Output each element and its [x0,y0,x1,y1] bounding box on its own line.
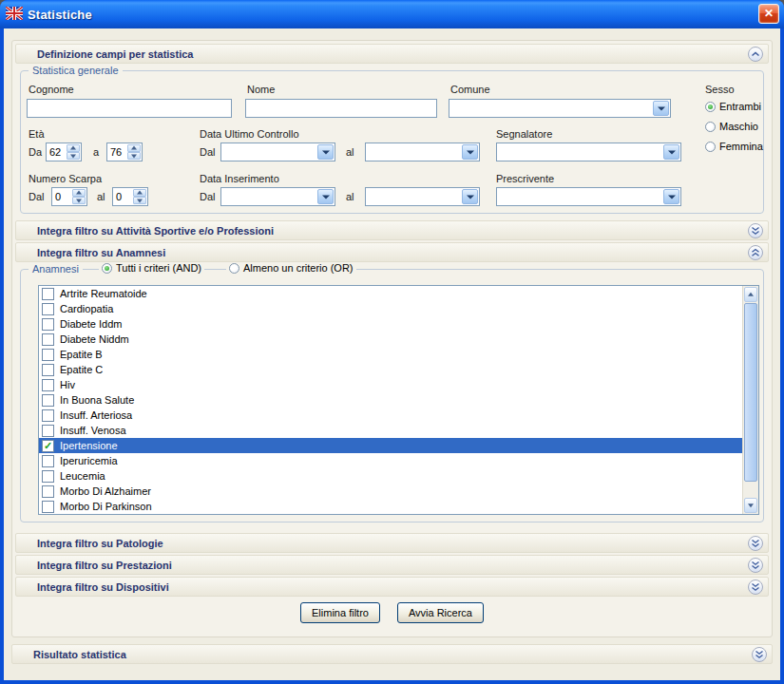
expand-button[interactable] [748,558,763,573]
inserimento-al-combo[interactable] [365,187,480,206]
eta-a-spinner[interactable]: 76 [106,142,143,162]
radio-selected-icon [705,102,716,112]
spin-down-icon[interactable] [67,152,80,160]
list-item[interactable]: Diabete Niddm [39,332,742,347]
section-risultato[interactable]: Risultato statistica [11,644,773,664]
nome-input[interactable] [245,99,437,118]
dropdown-icon[interactable] [317,144,334,160]
checkbox-icon[interactable] [42,425,54,437]
list-item[interactable]: ✓Ipertensione [39,438,742,453]
collapse-button[interactable] [748,245,763,260]
list-item-label: Leucemia [60,470,105,482]
collapse-button[interactable] [748,47,763,62]
comune-combo[interactable] [449,99,671,118]
radio-selected-icon [102,263,112,274]
checkbox-icon[interactable] [42,303,54,315]
spin-down-icon[interactable] [133,197,146,204]
list-item[interactable]: Epatite C [39,362,742,377]
checkbox-icon[interactable] [42,394,54,407]
spin-up-icon[interactable] [127,144,141,152]
list-item[interactable]: Insuff. Arteriosa [39,408,742,423]
expand-button[interactable] [748,536,763,551]
radio-or-label: Almeno un criterio (OR) [243,262,354,274]
cognome-input[interactable] [27,99,232,118]
list-item[interactable]: Cardiopatia [39,301,742,316]
anamnesi-list[interactable]: Artrite ReumatoideCardiopatiaDiabete Idd… [38,285,759,515]
inserimento-dal-combo[interactable] [220,187,335,206]
scroll-down-icon[interactable] [744,498,757,513]
section-dispositivi[interactable]: Integra filtro su Dispositivi [15,577,769,597]
scroll-up-icon[interactable] [744,287,757,302]
ultimo-controllo-dal-combo[interactable] [220,142,335,162]
al-label: al [97,191,105,202]
dropdown-icon[interactable] [653,101,669,116]
scarpa-dal-spinner[interactable]: 0 [51,187,87,206]
spin-up-icon[interactable] [72,189,86,197]
checkbox-icon[interactable] [42,379,54,391]
checkbox-checked-icon[interactable]: ✓ [42,440,54,452]
double-chevron-down-icon [751,539,760,548]
radio-criteri-and[interactable]: Tutti i criteri (AND) [99,262,204,274]
expand-button[interactable] [748,580,763,595]
list-item[interactable]: Morbo Di Parkinson [39,499,742,514]
combo-value [221,188,316,205]
section-definizione[interactable]: Definizione campi per statistica [15,44,769,64]
checkbox-icon[interactable] [42,470,54,483]
list-item[interactable]: Morbo Di Alzhaimer [39,484,742,499]
section-patologie[interactable]: Integra filtro su Patologie [15,533,769,553]
scrollbar[interactable] [742,286,758,514]
spin-up-icon[interactable] [67,144,80,152]
section-anamnesi-label: Integra filtro su Anamnesi [16,247,165,258]
list-item-label: Iperuricemia [60,455,118,466]
eta-da-spinner[interactable]: 62 [46,142,82,162]
checkbox-icon[interactable] [42,455,54,467]
section-anamnesi[interactable]: Integra filtro su Anamnesi [15,242,769,262]
checkbox-icon[interactable] [42,349,54,361]
radio-entrambi[interactable]: Entrambi [705,101,761,112]
segnalatore-combo[interactable] [496,142,681,162]
segnalatore-label: Segnalatore [496,128,552,140]
scrollbar-thumb[interactable] [744,303,757,482]
list-item[interactable]: Iperuricemia [39,453,742,468]
checkbox-icon[interactable] [42,333,54,346]
ultimo-controllo-al-combo[interactable] [365,142,480,162]
prescrivente-combo[interactable] [496,187,681,206]
list-item-label: In Buona Salute [60,394,134,406]
list-item[interactable]: Insuff. Venosa [39,423,742,438]
list-item[interactable]: Artrite Reumatoide [39,286,742,301]
scarpa-dal-value: 0 [52,188,72,205]
list-item[interactable]: Diabete Iddm [39,316,742,332]
spin-down-icon[interactable] [127,152,141,160]
list-item[interactable]: Hiv [39,377,742,392]
checkbox-icon[interactable] [42,409,54,422]
spin-down-icon[interactable] [72,197,86,204]
list-item[interactable]: Epatite B [39,347,742,362]
checkbox-icon[interactable] [42,318,54,331]
expand-button[interactable] [748,223,763,238]
checkbox-icon[interactable] [42,364,54,376]
spin-up-icon[interactable] [133,189,146,197]
dropdown-icon[interactable] [663,189,679,204]
elimina-filtro-button[interactable]: Elimina filtro [300,602,380,623]
close-icon[interactable]: ✕ [758,4,779,24]
section-prestazioni[interactable]: Integra filtro su Prestazioni [15,555,769,575]
section-definizione-label: Definizione campi per statistica [16,48,193,60]
list-item[interactable]: Leucemia [39,468,742,484]
dropdown-icon[interactable] [462,189,478,204]
list-item-label: Insuff. Arteriosa [60,409,132,421]
expand-button[interactable] [752,647,767,662]
dropdown-icon[interactable] [317,189,334,204]
dropdown-icon[interactable] [663,144,679,160]
scarpa-al-spinner[interactable]: 0 [112,187,148,206]
section-attivita[interactable]: Integra filtro su Attività Sportive e/o … [15,220,769,240]
radio-criteri-or[interactable]: Almeno un criterio (OR) [226,262,356,274]
radio-femmina[interactable]: Femmina [705,141,763,152]
avvia-ricerca-button[interactable]: Avvia Ricerca [397,602,484,623]
checkbox-icon[interactable] [42,288,54,300]
radio-maschio[interactable]: Maschio [705,121,758,132]
radio-and-label: Tutti i criteri (AND) [116,262,201,274]
list-item[interactable]: In Buona Salute [39,392,742,408]
dropdown-icon[interactable] [462,144,478,160]
checkbox-icon[interactable] [42,501,54,513]
checkbox-icon[interactable] [42,485,54,498]
